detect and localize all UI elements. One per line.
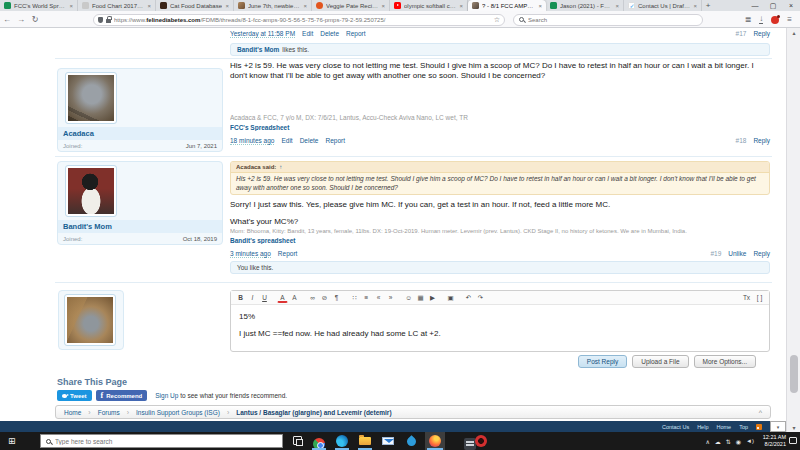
browser-search-input[interactable]: [528, 17, 697, 23]
upload-file-button[interactable]: Upload a File: [632, 355, 688, 368]
spreadsheet-link[interactable]: Bandit's spreadsheet: [230, 237, 295, 244]
tab-close-icon[interactable]: ×: [69, 3, 73, 9]
font-size-icon[interactable]: A: [289, 292, 300, 303]
page-scrollbar[interactable]: ▴ ▾: [786, 28, 800, 432]
avatar[interactable]: [66, 166, 116, 216]
tab-cat-food-db[interactable]: Cat Food Database×: [156, 0, 234, 11]
task-view-icon[interactable]: [293, 436, 302, 445]
edit-link[interactable]: Edit: [302, 30, 313, 37]
signup-link[interactable]: Sign Up: [155, 392, 178, 399]
post-timestamp-link[interactable]: Yesterday at 11:58 PM: [230, 30, 295, 38]
refresh-icon[interactable]: ↻: [28, 15, 42, 24]
edge-icon[interactable]: [336, 435, 348, 447]
tweet-button[interactable]: Tweet: [57, 390, 92, 401]
tab-close-icon[interactable]: ×: [459, 3, 463, 9]
avatar[interactable]: [65, 295, 115, 345]
tab-active-fcc-amps[interactable]: ? - 8/1 FCC AMPS 90, +5×: [468, 0, 546, 11]
post-number[interactable]: #18: [736, 137, 747, 144]
edit-link[interactable]: Edit: [281, 137, 292, 144]
quote-jump-arrow[interactable]: ↑: [279, 164, 282, 170]
file-explorer-icon[interactable]: [359, 435, 371, 447]
redo-icon[interactable]: ↷: [475, 292, 486, 303]
bookmark-star-icon[interactable]: ☆: [494, 16, 500, 24]
start-button[interactable]: ⊞: [8, 436, 16, 446]
avatar[interactable]: [66, 73, 116, 123]
tab-close-icon[interactable]: ×: [303, 3, 307, 9]
scrollbar-thumb[interactable]: [790, 355, 798, 393]
browser-search-bar[interactable]: [513, 14, 703, 26]
delete-link[interactable]: Delete: [300, 137, 319, 144]
tab-jason-fdmb[interactable]: Jason (2021) - FDMB SS×: [546, 0, 624, 11]
footer-home-link[interactable]: Home: [716, 424, 731, 430]
unlink-icon[interactable]: ⊘: [319, 292, 330, 303]
italic-icon[interactable]: I: [247, 292, 258, 303]
report-link[interactable]: Report: [346, 30, 366, 37]
report-link[interactable]: Report: [325, 137, 345, 144]
tab-close-icon[interactable]: ×: [693, 3, 697, 9]
scroll-up-icon[interactable]: ▴: [787, 29, 800, 36]
taskbar-search-input[interactable]: [55, 438, 277, 445]
undo-icon[interactable]: ↶: [463, 292, 474, 303]
post-timestamp-link[interactable]: 18 minutes ago: [230, 137, 274, 145]
firefox-icon[interactable]: [429, 435, 441, 447]
tab-close-icon[interactable]: ×: [381, 3, 385, 9]
back-icon[interactable]: ←: [0, 15, 14, 24]
library-icon[interactable]: ≣: [745, 15, 752, 24]
style-chooser-dropdown[interactable]: ▾: [770, 421, 786, 432]
footer-top-link[interactable]: Top: [739, 424, 748, 430]
reply-text-area[interactable]: 15% I just MC ==fed now. He had already …: [231, 305, 769, 345]
extension-icon[interactable]: [771, 16, 779, 24]
reply-link[interactable]: Reply: [753, 137, 770, 144]
reply-link[interactable]: Reply: [753, 250, 770, 257]
underline-icon[interactable]: U: [259, 292, 270, 303]
footer-help-link[interactable]: Help: [697, 424, 708, 430]
text-color-icon[interactable]: A: [277, 292, 288, 303]
alignment-icon[interactable]: ¶: [331, 292, 342, 303]
minimize-button[interactable]: —: [746, 0, 764, 11]
onedrive-icon[interactable]: ☁: [715, 438, 721, 445]
unlike-link[interactable]: Unlike: [728, 250, 746, 257]
reply-link[interactable]: Reply: [753, 30, 770, 37]
link-icon[interactable]: ∞: [307, 292, 318, 303]
scroll-down-icon[interactable]: ▾: [787, 424, 800, 431]
breadcrumb-forums[interactable]: Forums: [98, 409, 120, 416]
footer-contact-link[interactable]: Contact Us: [662, 424, 689, 430]
forward-icon[interactable]: →: [14, 15, 28, 24]
bullet-list-icon[interactable]: ∷: [349, 292, 360, 303]
volume-icon[interactable]: ◄): [746, 438, 754, 444]
delete-link[interactable]: Delete: [320, 30, 339, 37]
address-bar[interactable]: https://www.felinediabetes.com/FDMB/thre…: [93, 14, 505, 26]
tab-youtube[interactable]: olympic softball canada×: [390, 0, 468, 11]
network-icon[interactable]: ◉: [736, 438, 741, 445]
url-text[interactable]: https://www.felinediabetes.com/FDMB/thre…: [114, 17, 491, 23]
new-tab-button[interactable]: +: [702, 0, 714, 11]
indent-icon[interactable]: »: [385, 292, 396, 303]
breadcrumb-current[interactable]: Lantus / Basaglar (glargine) and Levemir…: [236, 409, 391, 416]
outdent-icon[interactable]: «: [373, 292, 384, 303]
action-center-icon[interactable]: [789, 437, 797, 444]
tab-close-icon[interactable]: ×: [225, 3, 229, 9]
post-number[interactable]: #19: [710, 250, 721, 257]
username-link[interactable]: Bandit's Mom: [58, 220, 222, 233]
tab-food-chart[interactable]: Food Chart 2017 FIX NATION×: [78, 0, 156, 11]
liker-username-link[interactable]: Bandit's Mom: [237, 46, 279, 53]
updown-icon[interactable]: ⇅: [726, 438, 731, 445]
breadcrumb-isg[interactable]: Insulin Support Groups (ISG): [136, 409, 220, 416]
numbered-list-icon[interactable]: ≡: [361, 292, 372, 303]
tab-close-icon[interactable]: ×: [538, 3, 542, 9]
drafts-icon[interactable]: ▣: [445, 292, 456, 303]
lock-icon[interactable]: [106, 19, 111, 23]
close-button[interactable]: ×: [782, 0, 800, 11]
menu-icon[interactable]: ≡: [787, 15, 792, 24]
taskbar-search[interactable]: [40, 434, 283, 448]
tab-close-icon[interactable]: ×: [147, 3, 151, 9]
tab-june-7th[interactable]: June 7th, newbie - stress×: [234, 0, 312, 11]
maximize-button[interactable]: ▢: [764, 0, 782, 11]
smilies-icon[interactable]: ☺: [403, 292, 414, 303]
facebook-recommend-button[interactable]: fRecommend: [96, 390, 148, 401]
download-icon[interactable]: ↓: [759, 15, 763, 24]
shield-icon[interactable]: [98, 17, 103, 23]
tray-expand-caret[interactable]: ∧: [705, 438, 709, 445]
bold-icon[interactable]: B: [235, 292, 246, 303]
bbcode-toggle-icon[interactable]: [ ]: [754, 292, 765, 303]
